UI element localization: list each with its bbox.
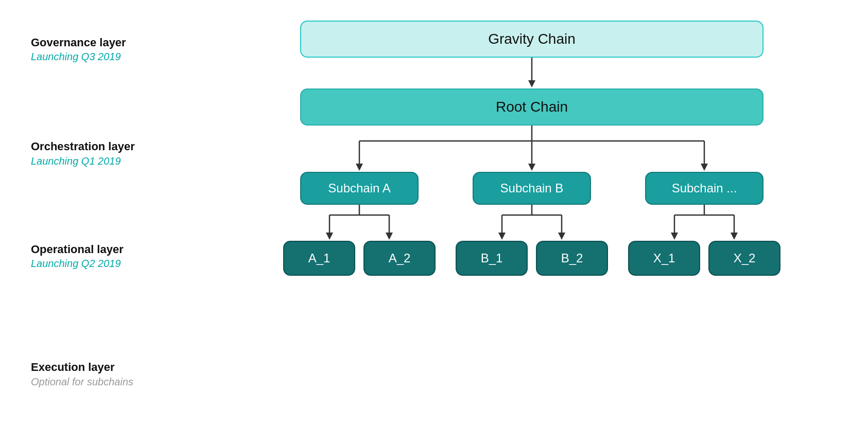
exec-x2-box: X_2 (708, 241, 780, 276)
exec-b2-box: B_2 (536, 241, 608, 276)
operational-title: Operational layer (31, 243, 227, 256)
exec-x1-box: X_1 (628, 241, 700, 276)
execution-title: Execution layer (31, 361, 227, 374)
svg-marker-9 (701, 164, 708, 171)
subchain-a-to-children (300, 205, 419, 241)
exec-a2-box: A_2 (363, 241, 436, 276)
subchain-b-to-children (473, 205, 591, 241)
labels-column: Governance layer Launching Q3 2019 Orche… (31, 21, 227, 389)
governance-title: Governance layer (31, 36, 227, 49)
svg-marker-27 (731, 233, 738, 240)
page-container: Governance layer Launching Q3 2019 Orche… (0, 0, 868, 427)
exec-b1-box: B_1 (456, 241, 528, 276)
root-to-subchains-connector (300, 126, 763, 172)
svg-marker-13 (326, 233, 333, 240)
svg-marker-19 (498, 233, 506, 240)
subchain-x-box: Subchain ... (645, 172, 763, 205)
subchain-a-group: Subchain A A_1 A_2 (300, 172, 419, 276)
svg-marker-5 (356, 164, 363, 171)
execution-subtitle: Optional for subchains (31, 375, 227, 389)
orchestration-label-block: Orchestration layer Launching Q1 2019 (31, 140, 227, 168)
svg-marker-15 (386, 233, 393, 240)
diagram-column: Gravity Chain Root Chain (227, 21, 837, 276)
exec-a1-box: A_1 (283, 241, 355, 276)
subchain-a-box: Subchain A (300, 172, 419, 205)
arrow-gravity-to-root (300, 58, 763, 88)
root-chain-box: Root Chain (300, 88, 763, 126)
svg-marker-25 (671, 233, 678, 240)
subchain-x-to-children (645, 205, 763, 241)
execution-label-block: Execution layer Optional for subchains (31, 361, 227, 388)
governance-label-block: Governance layer Launching Q3 2019 (31, 36, 227, 64)
gravity-chain-box: Gravity Chain (300, 21, 763, 58)
subchain-b-box: Subchain B (473, 172, 591, 205)
governance-subtitle: Launching Q3 2019 (31, 49, 227, 64)
svg-marker-7 (528, 164, 535, 171)
subchain-b-group: Subchain B B_1 B_2 (473, 172, 591, 276)
orchestration-title: Orchestration layer (31, 140, 227, 153)
subchain-x-group: Subchain ... X_1 X_2 (645, 172, 763, 276)
svg-marker-1 (528, 80, 535, 87)
operational-label-block: Operational layer Launching Q2 2019 (31, 243, 227, 271)
operational-subtitle: Launching Q2 2019 (31, 256, 227, 271)
svg-marker-21 (558, 233, 565, 240)
orchestration-subtitle: Launching Q1 2019 (31, 154, 227, 168)
